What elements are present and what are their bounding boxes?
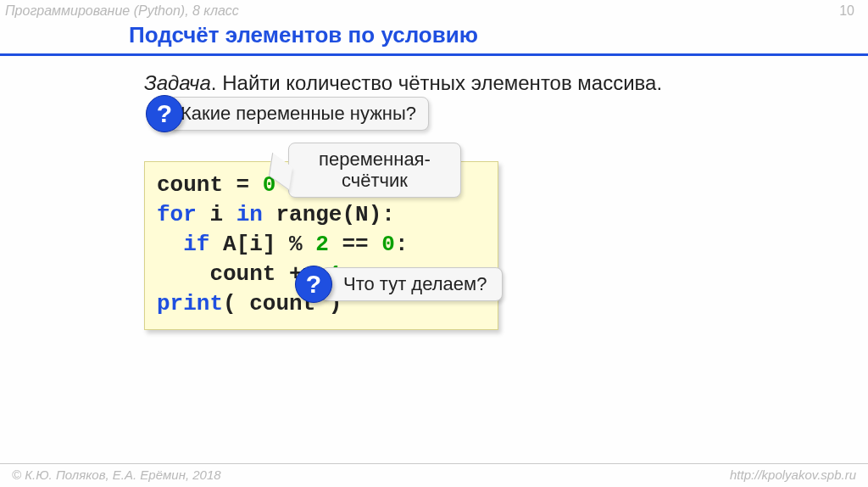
copyright-text: © К.Ю. Поляков, Е.А. Ерёмин, 2018 — [12, 467, 221, 482]
question-mark-icon: ? — [306, 270, 321, 299]
code-l3b: if — [183, 232, 209, 257]
slide-title: Подсчёт элементов по условию — [129, 22, 478, 48]
code-l3f: 0 — [381, 232, 395, 257]
callout-counter-line2: счётчик — [342, 170, 408, 191]
course-title: Программирование (Python), 8 класс — [5, 3, 239, 19]
question-mark-icon: ? — [157, 99, 172, 128]
page-number: 10 — [839, 3, 858, 19]
question-badge-1: ? — [146, 95, 183, 132]
slide: Программирование (Python), 8 класс 10 По… — [0, 0, 868, 487]
callout-counter-variable: переменная- счётчик — [288, 143, 461, 198]
code-l2c: in — [236, 202, 263, 227]
code-l5a: print — [157, 291, 223, 316]
callout-text: Какие переменные нужны? — [181, 103, 416, 124]
title-bar: Подсчёт элементов по условию — [0, 20, 868, 56]
header: Программирование (Python), 8 класс 10 — [0, 0, 868, 20]
callout-text: Что тут делаем? — [343, 273, 487, 294]
callout-variables-question: Какие переменные нужны? — [168, 97, 429, 131]
footer: © К.Ю. Поляков, Е.А. Ерёмин, 2018 http:/… — [0, 463, 868, 487]
code-l3e: == — [329, 232, 381, 257]
task-text: . Найти количество чётных элементов масс… — [211, 71, 662, 94]
code-l1a: count = — [157, 172, 263, 198]
code-l3d: 2 — [315, 232, 329, 257]
task-label: Задача — [144, 71, 211, 94]
code-l3c: A[i] % — [209, 232, 315, 257]
footer-copyright: © К.Ю. Поляков, Е.А. Ерёмин, 2018 — [8, 467, 221, 482]
code-l3g: : — [395, 232, 409, 257]
content-area: Задача. Найти количество чётных элементо… — [0, 56, 868, 95]
code-l2a: for — [157, 202, 197, 227]
callout-counter-line1: переменная- — [319, 148, 431, 170]
task-statement: Задача. Найти количество чётных элементо… — [144, 71, 868, 95]
question-badge-2: ? — [295, 266, 332, 303]
footer-url: http://kpolyakov.spb.ru — [730, 467, 856, 482]
callout-what-doing: Что тут делаем? — [320, 267, 503, 301]
code-l2b: i — [197, 202, 236, 227]
code-l2d: range(N): — [263, 202, 395, 227]
code-l3a — [157, 232, 183, 257]
